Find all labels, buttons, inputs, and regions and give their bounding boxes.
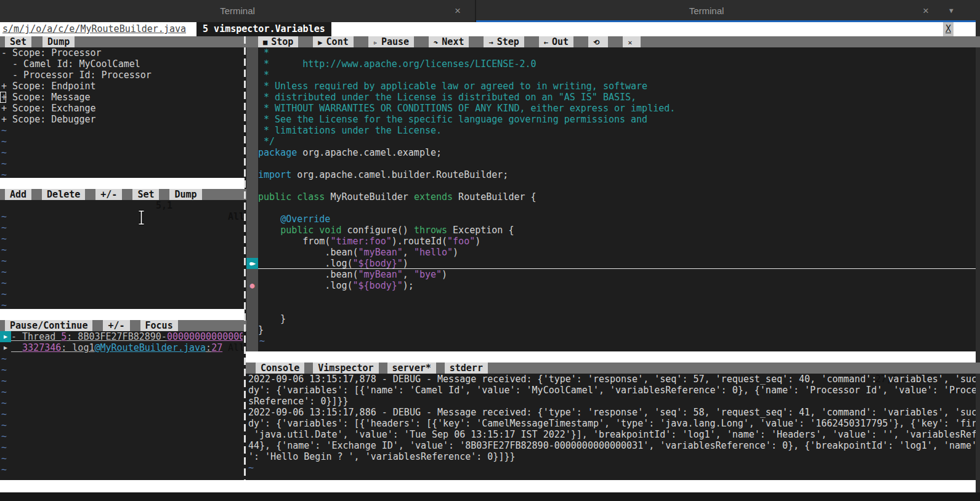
watches-add-label: Add: [10, 189, 26, 200]
sign-column[interactable]: [246, 47, 258, 351]
variable-tree-line[interactable]: + Scope: Debugger: [1, 114, 96, 125]
console-log-line: dy': {'variables': [{'name': 'Camel Id',…: [248, 385, 976, 396]
stacktrace-pause-continue-button[interactable]: Pause/Continue: [5, 320, 92, 331]
code-line: * WITHOUT WARRANTIES OR CONDITIONS OF AN…: [258, 103, 675, 114]
stacktrace-plus-minus-button[interactable]: +/-: [103, 320, 129, 331]
stack-frame-line[interactable]: ▶- Thread 5: 8B03FE27FB82890-00000000000…: [0, 331, 243, 342]
tab-close-button[interactable]: X: [943, 22, 954, 36]
toolbar-close-button[interactable]: ✕: [623, 36, 641, 47]
terminal-titlebar-right[interactable]: Terminal × ▼: [476, 0, 980, 22]
console-tab-server-button[interactable]: server*: [387, 363, 436, 374]
code-line: * Unless required by applicable law or a…: [258, 81, 647, 92]
tilde: ~: [1, 233, 7, 244]
variable-tree-line[interactable]: + Scope: Endpoint: [1, 81, 96, 92]
variables-set-label: Set: [10, 36, 26, 47]
tilde: ~: [1, 169, 7, 178]
code-line: .bean("myBean", "bye"): [258, 269, 447, 280]
code-line: .log("${body}");: [258, 280, 414, 291]
toolbar-continue-button[interactable]: ▶Cont: [313, 36, 353, 47]
code-line: @Override: [258, 214, 330, 225]
toolbar-stop-button[interactable]: ■Stop: [258, 36, 298, 47]
variables-set-button[interactable]: Set: [5, 36, 31, 47]
console-tab-vimspector-label: Vimspector: [318, 363, 373, 374]
chevron-down-icon[interactable]: ▼: [949, 0, 954, 22]
watches-add-button[interactable]: Add: [5, 189, 31, 200]
toolbar-step-button[interactable]: →Step: [484, 36, 524, 47]
console-log-line: 44}, {'name': 'Exchange ID', 'value': '8…: [248, 440, 976, 451]
variables-dump-button[interactable]: Dump: [43, 36, 75, 47]
stacktrace-winbar: Pause/Continue+/-Focus: [0, 320, 249, 331]
console-log-line: ': 'Hello Begin ? ', 'variablesReference…: [248, 451, 515, 462]
code-line: * limitations under the License.: [258, 125, 442, 136]
console-tab-console-button[interactable]: Console: [256, 363, 304, 374]
stack-frame-line[interactable]: ▶ 3327346: log1@MyRouteBuilder.java:27: [0, 342, 222, 353]
watches-panel: ~~~~~~~~~: [0, 200, 243, 309]
stacktrace-focus-button[interactable]: Focus: [140, 320, 178, 331]
variable-tree-line[interactable]: - Scope: Processor: [1, 47, 102, 58]
close-icon[interactable]: ×: [455, 0, 461, 22]
toolbar-continue-label: Cont: [326, 36, 349, 47]
console-log-line: dy': {'variables': [{'headers': [{'key':…: [248, 418, 976, 429]
tab-vimspector-variables[interactable]: 5 vimspector.Variables: [196, 22, 331, 36]
close-icon[interactable]: ×: [923, 0, 929, 22]
watches-delete-button[interactable]: Delete: [42, 189, 85, 200]
watches-set-button[interactable]: Set: [132, 189, 159, 200]
variable-tree-line[interactable]: - Processor Id: Processor: [1, 70, 152, 81]
tab-myroutebuilder[interactable]: s/m/j/o/a/c/e/MyRouteBuilder.java: [0, 22, 191, 36]
breakpoint-sign[interactable]: ●: [246, 280, 258, 291]
variables-statusline[interactable]: vimspector.Variables [RO] 5,1 All: [0, 178, 245, 189]
toolbar-restart-button[interactable]: ⟲: [588, 36, 608, 47]
toolbar-pause-button[interactable]: ▹Pause: [368, 36, 414, 47]
terminal-titlebar-left[interactable]: Terminal ×: [0, 0, 475, 22]
tilde: ~: [1, 244, 7, 255]
tilde: ~: [1, 278, 7, 289]
console-log-line: sReference': 0}]}}: [248, 396, 349, 407]
code-statusline[interactable]: src/main/java/org/apache/camel/example/M…: [246, 351, 976, 363]
current-frame-icon[interactable]: ▶: [0, 331, 11, 342]
bottom-statusline[interactable]: vimspector.StackTrace [RO] 1,1 All _vims…: [0, 480, 976, 492]
tilde: ~: [1, 255, 7, 267]
console-tab-vimspector-button[interactable]: Vimspector: [313, 363, 378, 374]
current-frame-icon[interactable]: ▶: [0, 342, 11, 353]
tilde: ~: [1, 222, 7, 233]
variable-tree-line[interactable]: + Scope: Message: [1, 92, 91, 103]
tilde: ~: [1, 464, 7, 475]
console-log-line: 2022-09-06 13:15:17,886 - DEBUG - Messag…: [248, 407, 976, 418]
console-tab-stderr-button[interactable]: stderr: [445, 363, 488, 374]
tilde: ~: [1, 289, 7, 300]
toolbar-next-button[interactable]: ↷Next: [429, 36, 469, 47]
code-line: .log("${body}"): [258, 258, 408, 269]
tilde: ~: [1, 353, 7, 364]
mouse-cursor-ibeam: [137, 209, 146, 226]
toolbar-out-button[interactable]: ←Out: [539, 36, 573, 47]
variable-tree-line[interactable]: - Camel Id: MyCoolCamel: [1, 58, 140, 70]
watches-statusline[interactable]: vimspector.Watches 0,0-1 All: [0, 309, 245, 320]
variable-tree-line[interactable]: + Scope: Exchange: [1, 103, 96, 114]
code-line: * http://www.apache.org/licenses/LICENSE…: [258, 58, 537, 70]
terminal-scrollbar[interactable]: [976, 22, 980, 501]
code-line: public void configure() throws Exception…: [258, 225, 514, 236]
tilde: ~: [1, 420, 7, 431]
restart-icon: ⟲: [593, 38, 599, 47]
code-line: */: [258, 136, 275, 147]
out-icon: ←: [544, 38, 548, 47]
watches-dump-button[interactable]: Dump: [169, 189, 201, 200]
code-line: }: [258, 313, 286, 324]
console-tab-stderr-label: stderr: [450, 363, 483, 374]
code-line: * distributed under the License is distr…: [258, 92, 636, 103]
code-line: from("timer:foo").routeId("foo"): [258, 236, 480, 247]
console-log-line: 2022-09-06 13:15:17,878 - DEBUG - Messag…: [248, 374, 976, 385]
tilde: ~: [1, 125, 7, 136]
watches-plus-minus-label: +/-: [100, 189, 117, 200]
toolbar-next-label: Next: [442, 36, 464, 47]
watches-plus-minus-button[interactable]: +/-: [95, 189, 122, 200]
tilde: ~: [1, 300, 7, 309]
tilde: ~: [1, 158, 7, 169]
tilde: ~: [1, 375, 7, 387]
close-icon: ✕: [628, 38, 632, 47]
tilde: ~: [1, 409, 7, 420]
toolbar-step-label: Step: [497, 36, 519, 47]
console-winbar: ConsoleVimspectorserver*stderr: [246, 363, 980, 374]
vim-tabline: s/m/j/o/a/c/e/MyRouteBuilder.java 5 vims…: [0, 22, 976, 36]
code-line: public class MyRouteBuilder extends Rout…: [258, 191, 537, 202]
